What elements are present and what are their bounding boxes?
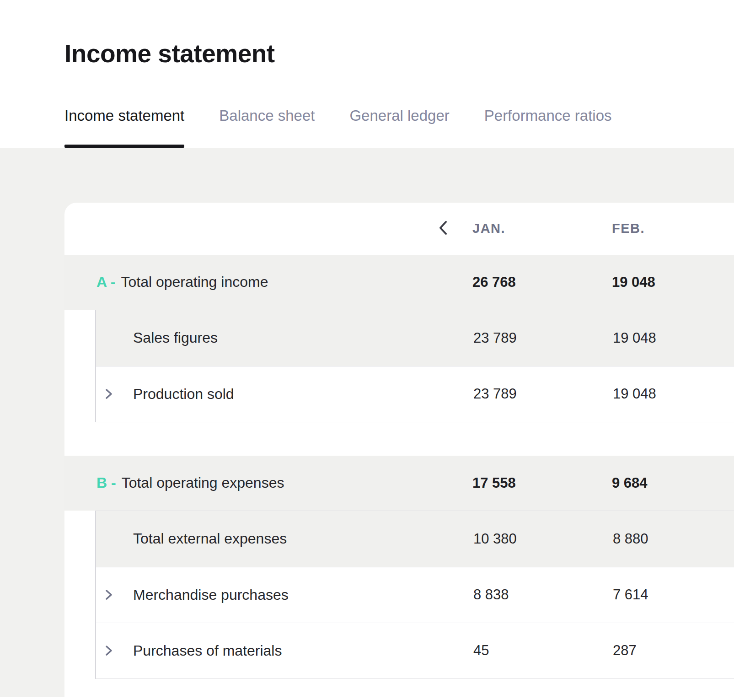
- table-row-total-external-expenses: Total external expenses 10 380 8 880: [96, 511, 734, 567]
- section-a-subrows: Sales figures 23 789 19 048 Production s…: [95, 310, 734, 422]
- section-value-feb: 19 048: [612, 274, 734, 291]
- section-label: B -Total operating expenses: [64, 474, 472, 491]
- tab-income-statement[interactable]: Income statement: [64, 107, 184, 148]
- section-letter: A -: [96, 274, 115, 290]
- tab-bar: Income statement Balance sheet General l…: [64, 107, 612, 148]
- table-row-sales-figures: Sales figures 23 789 19 048: [96, 310, 734, 366]
- section-value-jan: 26 768: [472, 274, 612, 291]
- chevron-right-icon[interactable]: [104, 388, 113, 400]
- section-b-subrows: Total external expenses 10 380 8 880 Mer…: [95, 511, 734, 679]
- row-value-jan: 23 789: [473, 330, 613, 346]
- row-value-feb: 8 880: [613, 531, 734, 547]
- row-value-jan: 8 838: [473, 587, 613, 603]
- previous-months-button[interactable]: [434, 218, 452, 239]
- section-row-total-operating-expenses: B -Total operating expenses 17 558 9 684: [64, 456, 734, 511]
- row-value-jan: 23 789: [473, 386, 613, 402]
- section-row-total-operating-income: A -Total operating income 26 768 19 048: [64, 255, 734, 310]
- row-value-feb: 19 048: [613, 386, 734, 402]
- table-row-merchandise-purchases[interactable]: Merchandise purchases 8 838 7 614: [96, 567, 734, 623]
- chevron-left-icon: [438, 220, 449, 238]
- tab-general-ledger[interactable]: General ledger: [349, 107, 449, 148]
- row-value-jan: 45: [473, 642, 613, 659]
- row-label: Purchases of materials: [96, 642, 473, 659]
- chevron-right-icon[interactable]: [104, 644, 113, 657]
- income-statement-table: JAN. FEB. A -Total operating income 26 7…: [64, 203, 734, 697]
- page-body: JAN. FEB. A -Total operating income 26 7…: [0, 148, 734, 697]
- row-value-feb: 19 048: [613, 330, 734, 346]
- section-value-feb: 9 684: [612, 475, 734, 491]
- column-header-jan: JAN.: [472, 221, 612, 236]
- tab-performance-ratios[interactable]: Performance ratios: [484, 107, 612, 148]
- row-value-jan: 10 380: [473, 531, 613, 547]
- row-value-feb: 7 614: [613, 587, 734, 603]
- table-row-purchases-of-materials[interactable]: Purchases of materials 45 287: [96, 623, 734, 678]
- tab-balance-sheet[interactable]: Balance sheet: [219, 107, 315, 148]
- table-row-production-sold[interactable]: Production sold 23 789 19 048: [96, 366, 734, 422]
- section-value-jan: 17 558: [472, 475, 612, 491]
- row-label: Merchandise purchases: [96, 587, 473, 603]
- section-gap: [64, 422, 734, 456]
- row-label: Total external expenses: [96, 530, 473, 547]
- column-header-feb: FEB.: [612, 221, 734, 236]
- table-header-row: JAN. FEB.: [64, 203, 734, 255]
- row-label: Sales figures: [96, 329, 473, 346]
- page-header: Income statement Income statement Balanc…: [0, 0, 734, 148]
- section-letter: B -: [96, 474, 116, 491]
- row-value-feb: 287: [613, 642, 734, 659]
- chevron-right-icon[interactable]: [104, 588, 113, 601]
- page-title: Income statement: [64, 0, 734, 69]
- row-label: Production sold: [96, 386, 473, 403]
- section-label: A -Total operating income: [64, 274, 472, 291]
